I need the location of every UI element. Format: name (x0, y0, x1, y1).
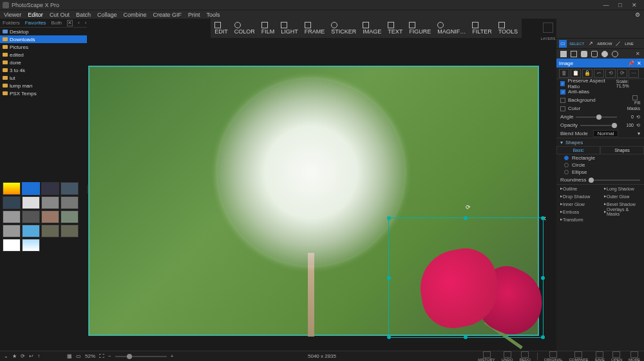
thumbnail[interactable] (3, 182, 21, 195)
tab-folders[interactable]: Folders (3, 20, 20, 26)
shape-rounded-fill-icon[interactable] (581, 51, 587, 57)
preserve-aspect-checkbox[interactable]: ✓ (560, 81, 565, 86)
thumbnail[interactable] (41, 210, 59, 223)
tool-color[interactable]: COLOR (234, 22, 255, 35)
reset-icon[interactable]: ⟲ (636, 123, 640, 128)
tab-shapes[interactable]: Shapes (600, 146, 644, 154)
rotate-icon[interactable]: ⟳ (21, 353, 25, 359)
thumbnail[interactable] (41, 196, 59, 209)
menu-collage[interactable]: Collage (97, 12, 117, 18)
folder-done[interactable]: done (0, 59, 87, 66)
save-button[interactable]: SAVE (594, 351, 605, 362)
tool-film[interactable]: FILM (261, 22, 275, 35)
close-tab-icon[interactable]: ✕ (67, 20, 73, 26)
menu-batch[interactable]: Batch (76, 12, 91, 18)
fill-checkbox[interactable] (632, 95, 638, 100)
fx-dropshadow[interactable]: ▸ Drop Shadow (556, 192, 600, 200)
window-max-button[interactable]: □ (613, 2, 627, 8)
tool-light[interactable]: LIGHT (281, 22, 298, 35)
shapes-section[interactable]: ▾Shapes (556, 138, 644, 146)
shape-ellipse-radio[interactable] (564, 170, 569, 174)
tab-basic[interactable]: Basic (556, 146, 600, 154)
fx-transform[interactable]: ▸ Transform (556, 216, 600, 223)
tool-frame[interactable]: FRAME (305, 22, 325, 35)
delete-icon[interactable]: 🗑 (559, 69, 569, 78)
compare-button[interactable]: COMPARE (569, 351, 589, 362)
fx-longshadow[interactable]: ▸ Long Shadow (600, 185, 644, 192)
fx-outerglow[interactable]: ▸ Outer Glow (600, 192, 644, 200)
folder-3to4k[interactable]: 3 to 4k (0, 66, 87, 74)
shape-rectangle-radio[interactable] (564, 156, 569, 160)
fx-emboss[interactable]: ▸ Emboss (556, 208, 600, 216)
thumbnail[interactable] (22, 225, 40, 237)
fx-overlays[interactable]: ▸ Overlays & Masks (600, 208, 644, 216)
arrow-back-icon[interactable]: ↩ (29, 353, 33, 359)
menu-editor[interactable]: Editor (28, 12, 43, 18)
undo-button[interactable]: UNDO (502, 351, 513, 362)
tool-edit[interactable]: EDIT (214, 22, 228, 35)
redo-button[interactable]: REDO (519, 351, 530, 362)
antialias-checkbox[interactable]: ✓ (560, 89, 565, 95)
shape-square-fill-icon[interactable] (560, 51, 567, 57)
thumbnail[interactable] (41, 182, 59, 195)
more-icon[interactable]: ⋯ (629, 69, 639, 78)
thumbnail[interactable] (61, 210, 79, 223)
history-button[interactable]: HISTORY (478, 351, 495, 362)
folder-downloads[interactable]: Downloads (0, 35, 87, 43)
arrow-up-icon[interactable]: ↑ (37, 353, 40, 359)
close-shaperow-icon[interactable]: ✕ (636, 51, 640, 57)
background-checkbox[interactable] (560, 98, 565, 103)
shape-rounded-outline-icon[interactable] (591, 51, 598, 57)
tab-favorites[interactable]: Favorites (25, 20, 46, 26)
reset-icon[interactable]: ⟲ (636, 115, 640, 120)
menu-gif[interactable]: Create GIF (153, 12, 182, 18)
grid-icon[interactable]: ▦ (67, 353, 72, 359)
select-tool[interactable]: ▭ (559, 40, 567, 48)
line-tool[interactable]: ／ (614, 40, 622, 48)
resize-handle[interactable] (464, 216, 468, 220)
pin-icon[interactable]: 📌 (628, 60, 634, 66)
thumbnail[interactable] (22, 210, 40, 223)
nav-back-icon[interactable]: ‹ (78, 20, 80, 26)
thumbnail[interactable] (3, 196, 21, 209)
shape-circle-outline-icon[interactable] (612, 51, 618, 57)
folder-psxtemps[interactable]: PSX Temps (0, 89, 87, 97)
tool-image[interactable]: IMAGE (363, 22, 381, 35)
thumbnail[interactable] (22, 182, 40, 195)
shape-circle-fill-icon[interactable] (601, 51, 608, 57)
fx-outline[interactable]: ▸ Outline (556, 185, 600, 192)
flip-icon[interactable]: ⤺ (594, 69, 604, 78)
tab-both[interactable]: Both (52, 20, 62, 26)
tool-text[interactable]: TEXT (388, 22, 402, 35)
fx-innerglow[interactable]: ▸ Inner Glow (556, 200, 600, 208)
more-button[interactable]: MORE (629, 351, 640, 362)
selection-box[interactable]: ⟳ ✕ (389, 218, 543, 337)
folder-edited[interactable]: edited (0, 51, 87, 59)
nav-fwd-icon[interactable]: › (85, 20, 87, 26)
opacity-slider[interactable] (580, 125, 617, 126)
thumbnail[interactable] (3, 210, 21, 223)
chevron-down-icon[interactable]: ▾ (638, 131, 640, 136)
close-panel-icon[interactable]: ✕ (637, 60, 641, 66)
menu-tools[interactable]: Tools (207, 12, 220, 18)
folder-pictures[interactable]: Pictures (0, 43, 87, 51)
rotate-handle-icon[interactable]: ⟳ (466, 204, 471, 210)
menu-viewer[interactable]: Viewer (4, 12, 21, 18)
tool-filter[interactable]: FILTER (472, 22, 491, 35)
thumbnail[interactable] (3, 239, 21, 252)
blend-mode-select[interactable]: Normal (593, 130, 619, 137)
tool-figure[interactable]: FIGURE (409, 22, 431, 35)
chevron-down-icon[interactable]: ⌄ (4, 353, 8, 359)
masks-button[interactable]: Masks (627, 106, 640, 111)
arrow-tool[interactable]: ↗ (587, 40, 594, 48)
original-button[interactable]: ORIGINAL (544, 351, 563, 362)
resize-handle[interactable] (541, 276, 545, 280)
lock-icon[interactable]: 🔒 (582, 69, 592, 78)
tool-magnify[interactable]: MAGNIF… (437, 22, 466, 35)
thumbnail[interactable] (3, 225, 21, 237)
thumbnail[interactable] (22, 239, 40, 252)
resize-handle[interactable] (387, 216, 391, 220)
crop-icon[interactable]: ▭ (76, 353, 81, 359)
resize-handle[interactable] (387, 276, 391, 280)
open-button[interactable]: OPEN (611, 351, 622, 362)
